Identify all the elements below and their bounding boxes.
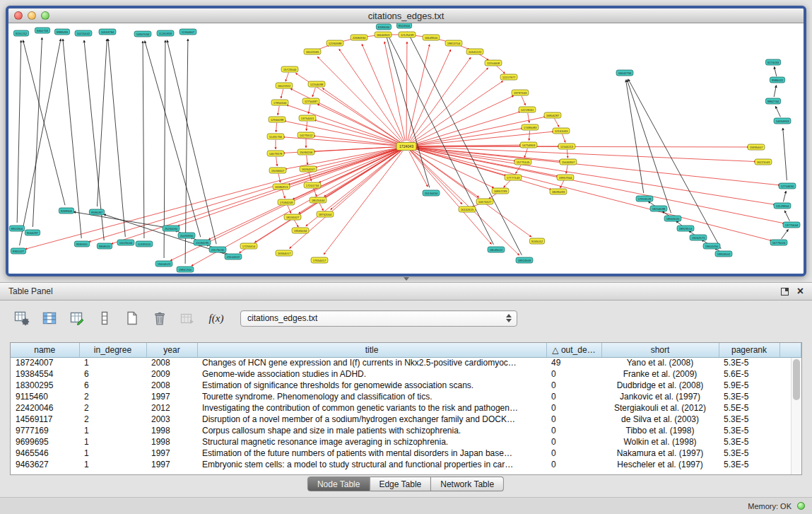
- graph-node[interactable]: 22684334: [351, 35, 367, 40]
- graph-node[interactable]: 20492850: [178, 233, 195, 238]
- row-height-icon[interactable]: [94, 308, 115, 328]
- cell-out_degree[interactable]: 0: [546, 368, 601, 380]
- graph-node[interactable]: 11431756: [267, 134, 284, 139]
- cell-pagerank[interactable]: 5.3E-5: [719, 425, 779, 436]
- table-settings-icon[interactable]: [11, 308, 33, 328]
- graph-node[interactable]: 15134454: [423, 190, 440, 196]
- cell-name[interactable]: 9777169: [11, 425, 79, 436]
- column-header-title[interactable]: title: [197, 343, 546, 357]
- cell-short[interactable]: Yano et al. (2008): [601, 357, 719, 368]
- graph-node[interactable]: 16775024: [770, 240, 787, 245]
- graph-node[interactable]: 14679378: [267, 151, 284, 156]
- graph-node[interactable]: 10553784: [99, 29, 116, 35]
- cell-name[interactable]: 19384554: [11, 368, 79, 380]
- cell-short[interactable]: de Silva et al. (2003): [601, 414, 719, 425]
- cell-pagerank[interactable]: 5.6E-5: [719, 368, 779, 380]
- cell-in_degree[interactable]: 6: [79, 368, 146, 380]
- graph-node[interactable]: 18923514: [677, 226, 694, 231]
- graph-node[interactable]: 21094295: [194, 240, 211, 245]
- cell-out_degree[interactable]: 0: [546, 380, 601, 391]
- network-canvas[interactable]: 1724043157230441602192217854344129400981…: [8, 23, 804, 274]
- graph-node[interactable]: 11154408: [485, 60, 502, 66]
- graph-node[interactable]: 17485083: [522, 124, 539, 130]
- graph-node[interactable]: 16264207: [300, 166, 317, 172]
- cell-year[interactable]: 1997: [146, 448, 197, 459]
- cell-title[interactable]: Structural magnetic resonance image aver…: [197, 436, 546, 448]
- column-header-out_degree[interactable]: △ out_de…: [546, 343, 601, 357]
- graph-node[interactable]: 18045022: [488, 247, 505, 252]
- graph-node[interactable]: 17854344: [271, 100, 288, 105]
- graph-node[interactable]: 15935407: [748, 144, 765, 150]
- cell-title[interactable]: Tourette syndrome. Phenomenology and cla…: [197, 391, 546, 402]
- graph-node[interactable]: 9590551: [74, 241, 89, 247]
- graph-node[interactable]: 9808020: [97, 243, 112, 249]
- graph-node[interactable]: 19957944: [557, 175, 574, 180]
- cell-in_degree[interactable]: 1: [79, 436, 146, 448]
- cell-title[interactable]: Disruption of a novel member of a sodium…: [197, 414, 546, 425]
- cell-out_degree[interactable]: 0: [546, 391, 601, 402]
- cell-title[interactable]: Investigating the contribution of common…: [197, 402, 546, 414]
- table-row[interactable]: 1938455462009Genome-wide association stu…: [11, 368, 801, 380]
- graph-node[interactable]: 25260050: [163, 226, 180, 231]
- graph-node[interactable]: 15775105: [514, 159, 531, 165]
- cell-in_degree[interactable]: 6: [79, 380, 146, 391]
- graph-node[interactable]: 19602450: [703, 243, 720, 249]
- cell-short[interactable]: Dudbridge et al. (2008): [601, 380, 719, 391]
- graph-node[interactable]: 23104322: [225, 254, 242, 259]
- graph-node[interactable]: 16640903: [375, 32, 392, 37]
- cell-name[interactable]: 18300295: [11, 380, 79, 391]
- column-header-year[interactable]: year: [146, 343, 197, 357]
- graph-node[interactable]: 12260588: [326, 40, 343, 46]
- table-row[interactable]: 1456911722003Disruption of a novel membe…: [11, 414, 801, 425]
- cell-year[interactable]: 1997: [146, 391, 197, 402]
- graph-node[interactable]: 18095493: [550, 189, 567, 194]
- graph-node[interactable]: 14454303: [774, 118, 791, 124]
- cell-name[interactable]: 9463627: [11, 459, 79, 470]
- graph-node[interactable]: 16022065: [304, 49, 321, 54]
- graph-node[interactable]: 16649500: [423, 35, 440, 40]
- cell-out_degree[interactable]: 0: [546, 436, 601, 448]
- graph-node[interactable]: 19813704: [445, 40, 462, 46]
- citation-network-graph[interactable]: 1724043157230441602192217854344129400981…: [8, 23, 804, 274]
- cell-title[interactable]: Estimation of the future numbers of pati…: [197, 448, 546, 459]
- cell-name[interactable]: 14569117: [11, 414, 79, 425]
- graph-node[interactable]: 12161063: [553, 128, 570, 134]
- column-header-pagerank[interactable]: pagerank: [719, 343, 779, 357]
- graph-node[interactable]: 12125439: [399, 32, 416, 37]
- graph-node[interactable]: 12217977: [500, 74, 517, 80]
- graph-node[interactable]: 18020444: [310, 197, 326, 203]
- graph-node[interactable]: 16221043: [755, 159, 772, 165]
- graph-node[interactable]: 12219061: [519, 107, 536, 112]
- graph-node[interactable]: 16857293: [492, 188, 509, 194]
- table-row[interactable]: 977716911998Corpus callosum shape and si…: [11, 425, 801, 436]
- graph-node[interactable]: 19924502: [715, 251, 732, 257]
- cell-name[interactable]: 9699695: [11, 436, 79, 448]
- graph-node[interactable]: 18155327: [284, 214, 301, 220]
- cell-pagerank[interactable]: 5.5E-5: [719, 402, 779, 414]
- graph-node[interactable]: 15440907: [560, 159, 577, 165]
- cell-short[interactable]: Nakamura et al. (1997): [601, 448, 719, 459]
- cell-in_degree[interactable]: 1: [79, 357, 146, 368]
- graph-node[interactable]: 14754903: [520, 142, 537, 148]
- graph-node[interactable]: 10220442: [75, 30, 92, 36]
- graph-node[interactable]: 18563020: [664, 216, 681, 221]
- cell-name[interactable]: 9115460: [11, 391, 79, 402]
- graph-node[interactable]: 15723044: [281, 66, 298, 72]
- table-row[interactable]: 946554611997Estimation of the future num…: [11, 448, 801, 459]
- graph-node[interactable]: 17919129: [636, 196, 653, 201]
- cell-in_degree[interactable]: 2: [79, 402, 146, 414]
- graph-node[interactable]: 19404023: [155, 261, 172, 267]
- scrollbar-thumb[interactable]: [793, 359, 800, 400]
- graph-node[interactable]: 13129904: [774, 203, 791, 209]
- graph-node[interactable]: 11554607: [180, 29, 196, 35]
- cell-year[interactable]: 2012: [146, 402, 197, 414]
- close-panel-icon[interactable]: ×: [797, 287, 804, 296]
- graph-node[interactable]: 11261818: [157, 30, 174, 36]
- cell-in_degree[interactable]: 2: [79, 414, 146, 425]
- edit-table-icon[interactable]: [66, 308, 88, 328]
- table-row[interactable]: 911546021997Tourette syndrome. Phenomeno…: [11, 391, 801, 402]
- table-row[interactable]: 1872400712008Changes of HCN gene express…: [11, 357, 801, 368]
- column-header-name[interactable]: name: [11, 343, 79, 357]
- cell-title[interactable]: Genome-wide association studies in ADHD.: [197, 368, 546, 380]
- tab-node-table[interactable]: Node Table: [307, 477, 370, 491]
